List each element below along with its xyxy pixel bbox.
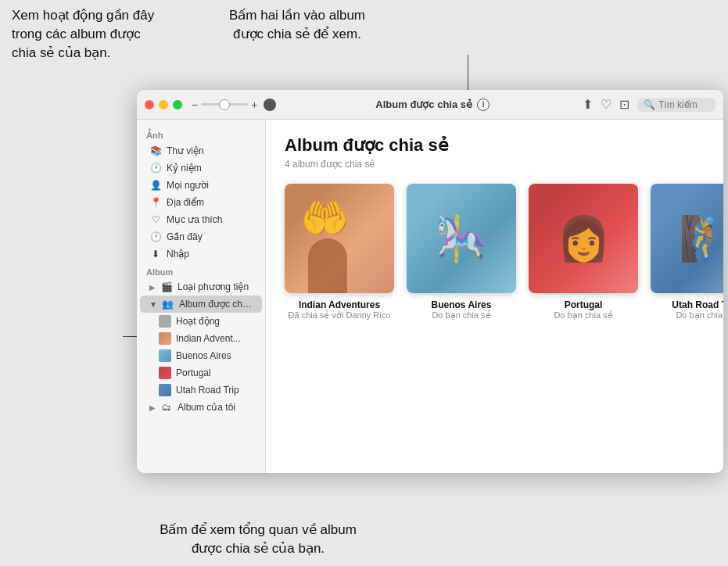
sidebar-label-indian-advent: Indian Advent... <box>176 333 241 344</box>
zoom-track[interactable] <box>201 103 248 106</box>
sidebar: Ảnh 📚 Thư viện 🕐 Kỷ niệm 👤 Mọi người 📍 Đ… <box>137 120 266 473</box>
album-card-portugal[interactable]: 👩 Portugal Do bạn chia sẻ <box>529 184 638 321</box>
sidebar-section-album: Album <box>137 263 265 278</box>
chevron-loai-icon: ▶ <box>149 283 156 292</box>
album-name-portugal: Portugal <box>565 299 603 310</box>
sidebar-label-album-duoc-chia-se: Album được chia sẻ <box>179 299 253 310</box>
album-card-utah[interactable]: 🧗 Utah Road Trip Do bạn chia sẻ <box>651 184 723 321</box>
album-thumb-portugal: 👩 <box>529 184 638 293</box>
import-icon: ⬇ <box>149 248 162 260</box>
callout-top-left: Xem hoạt động gần đây trong các album đư… <box>12 6 156 62</box>
album-name-indian: Indian Adventures <box>299 299 380 310</box>
titlebar: − + Album được chia sẻ i ⬆ ♡ ⊡ 🔍 <box>137 90 723 120</box>
zoom-reset-button[interactable] <box>264 99 276 111</box>
sidebar-item-nhap[interactable]: ⬇ Nhập <box>140 245 262 263</box>
sidebar-item-utah-road-trip[interactable]: Utah Road Trip <box>140 382 262 399</box>
sidebar-item-indian-advent[interactable]: Indian Advent... <box>140 330 262 347</box>
sidebar-item-portugal[interactable]: Portugal <box>140 364 262 382</box>
indian-person-silhouette <box>308 238 347 293</box>
sidebar-item-buenos-aires[interactable]: Buenos Aires <box>140 347 262 364</box>
search-box[interactable]: 🔍 <box>637 98 715 112</box>
callout-bottom: Bấm để xem tổng quan về album được chia … <box>156 521 360 558</box>
sidebar-label-hoat-dong: Hoạt động <box>176 316 220 327</box>
sidebar-item-album-duoc-chia-se[interactable]: ▼ 👥 Album được chia sẻ <box>140 296 262 313</box>
shared-album-icon: 👥 <box>162 298 174 310</box>
sidebar-label-ky-niem: Kỷ niệm <box>167 163 202 174</box>
sidebar-section-anh: Ảnh <box>137 126 265 142</box>
traffic-lights <box>145 100 182 109</box>
share-icon[interactable]: ⬆ <box>583 97 593 112</box>
heart-icon[interactable]: ♡ <box>601 97 611 112</box>
main-content: Album được chia sẻ 4 album được chia sẻ … <box>266 120 723 473</box>
sidebar-item-muc-ua-thich[interactable]: ♡ Mục ưa thích <box>140 211 262 228</box>
sidebar-label-moi-nguoi: Mọi người <box>167 180 209 191</box>
zoom-thumb[interactable] <box>219 99 230 110</box>
library-icon: 📚 <box>149 145 162 157</box>
sidebar-item-gan-day[interactable]: 🕐 Gần đây <box>140 228 262 245</box>
utah-photo-decoration: 🧗 <box>679 213 724 264</box>
album-desc-indian: Đã chia sẻ với Danny Rico <box>289 310 391 321</box>
sidebar-item-thu-vien[interactable]: 📚 Thư viện <box>140 142 262 159</box>
info-icon[interactable]: i <box>477 99 490 111</box>
sidebar-label-thu-vien: Thư viện <box>167 145 204 156</box>
mac-window: − + Album được chia sẻ i ⬆ ♡ ⊡ 🔍 Ảnh <box>137 90 723 473</box>
places-icon: 📍 <box>149 196 162 209</box>
people-icon: 👤 <box>149 179 162 192</box>
titlebar-right: ⬆ ♡ ⊡ 🔍 <box>583 97 715 112</box>
search-input[interactable] <box>658 99 713 110</box>
zoom-minus-button[interactable]: − <box>192 99 198 111</box>
maximize-button[interactable] <box>173 100 182 109</box>
sidebar-item-hoat-dong[interactable]: Hoạt động <box>140 313 262 330</box>
album-thumb-utah: 🧗 <box>651 184 723 293</box>
album-name-utah: Utah Road Trip <box>672 299 723 310</box>
album-thumb-indian: 🤲 <box>285 184 394 293</box>
sidebar-item-dia-diem[interactable]: 📍 Địa điểm <box>140 194 262 211</box>
album-desc-portugal: Do bạn chia sẻ <box>554 310 612 321</box>
window-body: Ảnh 📚 Thư viện 🕐 Kỷ niệm 👤 Mọi người 📍 Đ… <box>137 120 723 473</box>
chevron-shared-icon: ▼ <box>149 300 157 309</box>
album-desc-baires: Do bạn chia sẻ <box>432 310 490 321</box>
portugal-thumb-icon <box>159 367 171 379</box>
window-title: Album được chia sẻ <box>375 99 472 110</box>
sidebar-label-gan-day: Gần đây <box>167 231 203 242</box>
utah-thumb-icon <box>159 384 171 396</box>
album-card-indian-adventures[interactable]: 🤲 Indian Adventures Đã chia sẻ với Danny… <box>285 184 394 321</box>
sidebar-item-album-cua-toi[interactable]: ▶ 🗂 Album của tôi <box>140 399 262 416</box>
baires-thumb-icon <box>159 349 171 362</box>
myalbum-icon: 🗂 <box>160 401 173 414</box>
sidebar-item-ky-niem[interactable]: 🕐 Kỷ niệm <box>140 159 262 177</box>
sidebar-label-loai-phuong-tien: Loại phương tiện <box>178 281 249 292</box>
zoom-slider: − + <box>192 99 276 111</box>
close-button[interactable] <box>145 100 154 109</box>
sidebar-label-utah-road-trip: Utah Road Trip <box>176 385 239 396</box>
search-icon: 🔍 <box>644 99 655 110</box>
sidebar-label-portugal: Portugal <box>176 367 211 378</box>
crop-icon[interactable]: ⊡ <box>619 97 629 112</box>
page-subtitle: 4 album được chia sẻ <box>285 159 705 170</box>
indian-photo-decoration: 🤲 <box>300 195 349 241</box>
minimize-button[interactable] <box>159 100 168 109</box>
memories-icon: 🕐 <box>149 162 162 174</box>
sidebar-label-dia-diem: Địa điểm <box>167 197 204 208</box>
media-type-icon: 🎬 <box>160 281 173 293</box>
album-name-baires: Buenos Aires <box>432 299 492 310</box>
activity-icon <box>159 315 171 328</box>
baires-photo-decoration: 🎠 <box>435 213 489 264</box>
zoom-plus-button[interactable]: + <box>251 99 257 111</box>
sidebar-item-moi-nguoi[interactable]: 👤 Mọi người <box>140 177 262 194</box>
indian-thumb-icon <box>159 332 171 345</box>
sidebar-item-loai-phuong-tien[interactable]: ▶ 🎬 Loại phương tiện <box>140 278 262 296</box>
album-card-buenos-aires[interactable]: 🎠 Buenos Aires Do bạn chia sẻ <box>407 184 516 321</box>
portugal-photo-decoration: 👩 <box>557 213 611 264</box>
sidebar-label-muc-ua-thich: Mục ưa thích <box>167 214 222 225</box>
chevron-myalbum-icon: ▶ <box>149 403 156 412</box>
album-thumb-baires: 🎠 <box>407 184 516 293</box>
sidebar-label-album-cua-toi: Album của tôi <box>178 402 235 413</box>
recent-icon: 🕐 <box>149 231 162 243</box>
sidebar-label-buenos-aires: Buenos Aires <box>176 350 231 361</box>
album-grid: 🤲 Indian Adventures Đã chia sẻ với Danny… <box>285 184 705 321</box>
page-title: Album được chia sẻ <box>285 135 705 156</box>
sidebar-label-nhap: Nhập <box>167 249 189 260</box>
favorites-icon: ♡ <box>149 213 162 226</box>
album-desc-utah: Do bạn chia sẻ <box>676 310 723 321</box>
